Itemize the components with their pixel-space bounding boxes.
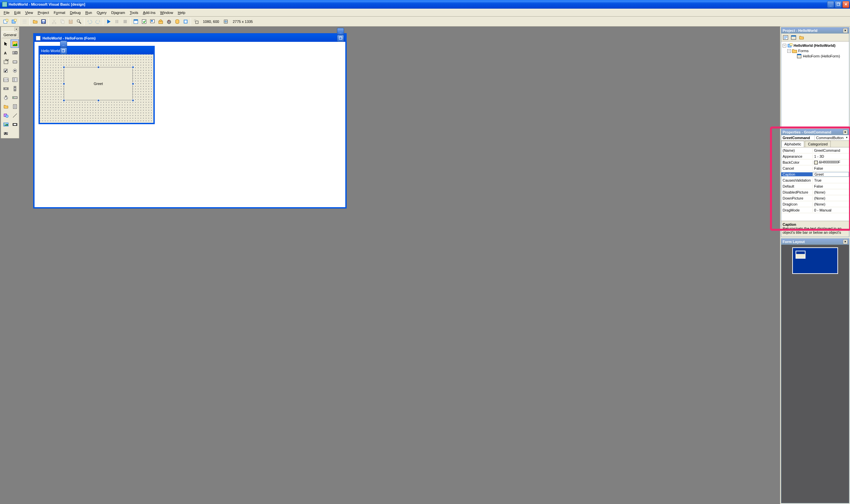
svg-rect-8 [42, 20, 45, 22]
minimize-button[interactable]: _ [827, 1, 834, 8]
app-title: HelloWorld - Microsoft Visual Basic [des… [8, 2, 827, 6]
position-icon [192, 18, 200, 25]
menu-addins[interactable]: Add-Ins [141, 10, 158, 15]
menu-file[interactable]: File [1, 10, 12, 15]
add-form-button[interactable] [10, 18, 18, 25]
menu-help[interactable]: Help [175, 10, 187, 15]
start-button[interactable] [105, 18, 112, 25]
svg-rect-18 [117, 20, 118, 23]
svg-rect-3 [14, 19, 16, 21]
svg-rect-31 [196, 21, 198, 23]
form-layout-button[interactable] [148, 18, 156, 25]
maximize-button[interactable]: ❐ [835, 1, 842, 8]
menubar: File Edit View Project Format Debug Run … [0, 8, 850, 17]
menu-format[interactable]: Format [52, 10, 68, 15]
component-manager-button[interactable] [182, 18, 189, 25]
menu-query[interactable]: Query [94, 10, 109, 15]
break-button[interactable] [113, 18, 121, 25]
open-button[interactable] [31, 18, 39, 25]
close-button[interactable]: ✕ [843, 1, 849, 8]
svg-point-16 [77, 20, 80, 22]
position-text: 1080, 600 [200, 20, 222, 23]
undo-button[interactable] [86, 18, 93, 25]
svg-rect-29 [185, 21, 186, 22]
menu-editor-button[interactable] [21, 18, 28, 25]
svg-rect-1 [6, 19, 8, 21]
menu-window[interactable]: Window [158, 10, 175, 15]
object-browser-button[interactable] [157, 18, 164, 25]
main-toolbar: 1080, 600 2775 x 1335 [0, 17, 850, 26]
svg-rect-6 [22, 23, 26, 23]
svg-rect-24 [151, 20, 153, 22]
cut-button[interactable] [50, 18, 58, 25]
menu-run[interactable]: Run [83, 10, 94, 15]
svg-rect-17 [115, 20, 116, 23]
menu-edit[interactable]: Edit [12, 10, 23, 15]
menu-debug[interactable]: Debug [67, 10, 83, 15]
paste-button[interactable] [67, 18, 74, 25]
size-icon [222, 18, 230, 25]
menu-diagram[interactable]: Diagram [109, 10, 127, 15]
svg-rect-4 [22, 20, 26, 21]
svg-rect-5 [22, 21, 26, 22]
toolbox-button[interactable] [165, 18, 173, 25]
properties-window-button[interactable] [140, 18, 148, 25]
save-button[interactable] [39, 18, 47, 25]
app-titlebar: HelloWorld - Microsoft Visual Basic [des… [0, 0, 850, 8]
app-icon [2, 2, 7, 7]
end-button[interactable] [121, 18, 129, 25]
find-button[interactable] [75, 18, 83, 25]
svg-rect-19 [124, 20, 127, 23]
redo-button[interactable] [94, 18, 102, 25]
svg-point-26 [160, 20, 162, 22]
svg-rect-15 [70, 19, 71, 21]
svg-rect-13 [62, 21, 64, 23]
copy-button[interactable] [58, 18, 66, 25]
svg-rect-9 [42, 22, 44, 23]
menu-view[interactable]: View [23, 10, 36, 15]
project-explorer-button[interactable] [132, 18, 140, 25]
data-view-button[interactable] [173, 18, 181, 25]
menu-project[interactable]: Project [35, 10, 51, 15]
size-text: 2775 x 1335 [230, 20, 256, 23]
menu-tools[interactable]: Tools [127, 10, 141, 15]
svg-rect-21 [134, 20, 138, 21]
add-project-button[interactable] [2, 18, 9, 25]
